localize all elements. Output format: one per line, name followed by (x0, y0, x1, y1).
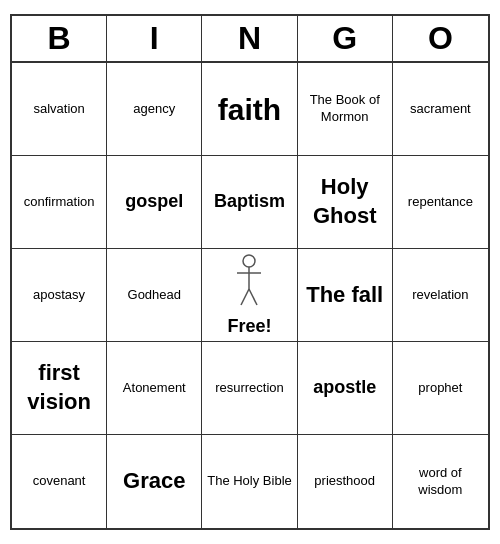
cell-text: repentance (408, 194, 473, 211)
bingo-cell-7: Baptism (202, 156, 297, 249)
bingo-cell-8: Holy Ghost (298, 156, 393, 249)
cell-text: apostle (313, 376, 376, 399)
bingo-header: BINGO (12, 16, 488, 63)
cell-text: gospel (125, 190, 183, 213)
bingo-cell-4: sacrament (393, 63, 488, 156)
bingo-cell-22: The Holy Bible (202, 435, 297, 528)
header-letter: G (298, 16, 393, 61)
bingo-cell-16: Atonement (107, 342, 202, 435)
bingo-cell-14: revelation (393, 249, 488, 342)
cell-text: faith (218, 90, 281, 129)
cell-text: Atonement (123, 380, 186, 397)
cell-text: priesthood (314, 473, 375, 490)
bingo-cell-17: resurrection (202, 342, 297, 435)
cell-text: The fall (306, 281, 383, 310)
header-letter: O (393, 16, 488, 61)
cell-text: Godhead (128, 287, 182, 304)
bingo-cell-21: Grace (107, 435, 202, 528)
bingo-cell-19: prophet (393, 342, 488, 435)
header-letter: B (12, 16, 107, 61)
bingo-cell-9: repentance (393, 156, 488, 249)
bingo-cell-5: confirmation (12, 156, 107, 249)
bingo-card: BINGO salvationagencyfaithThe Book of Mo… (10, 14, 490, 530)
free-label: Free! (227, 316, 271, 337)
cell-text: The Holy Bible (207, 473, 292, 490)
cell-text: resurrection (215, 380, 284, 397)
cell-text: salvation (33, 101, 84, 118)
bingo-cell-15: first vision (12, 342, 107, 435)
cell-text: apostasy (33, 287, 85, 304)
cell-text: covenant (33, 473, 86, 490)
cell-text: revelation (412, 287, 468, 304)
bingo-cell-12: Free! (202, 249, 297, 342)
cell-text: prophet (418, 380, 462, 397)
header-letter: I (107, 16, 202, 61)
bingo-cell-13: The fall (298, 249, 393, 342)
svg-line-3 (241, 289, 249, 305)
bingo-cell-23: priesthood (298, 435, 393, 528)
bingo-cell-2: faith (202, 63, 297, 156)
bingo-grid: salvationagencyfaithThe Book of Mormonsa… (12, 63, 488, 528)
cell-text: The Book of Mormon (302, 92, 388, 126)
bingo-cell-0: salvation (12, 63, 107, 156)
cell-text: Holy Ghost (302, 173, 388, 230)
header-letter: N (202, 16, 297, 61)
bingo-cell-10: apostasy (12, 249, 107, 342)
cell-text: first vision (16, 359, 102, 416)
cell-text: word of wisdom (397, 465, 484, 499)
bingo-cell-1: agency (107, 63, 202, 156)
cell-text: Baptism (214, 190, 285, 213)
free-figure-icon (229, 253, 269, 314)
cell-text: Grace (123, 467, 185, 496)
bingo-cell-11: Godhead (107, 249, 202, 342)
svg-line-4 (249, 289, 257, 305)
bingo-cell-6: gospel (107, 156, 202, 249)
bingo-cell-20: covenant (12, 435, 107, 528)
bingo-cell-3: The Book of Mormon (298, 63, 393, 156)
bingo-cell-18: apostle (298, 342, 393, 435)
cell-text: agency (133, 101, 175, 118)
cell-text: confirmation (24, 194, 95, 211)
cell-text: sacrament (410, 101, 471, 118)
bingo-cell-24: word of wisdom (393, 435, 488, 528)
svg-point-0 (243, 255, 255, 267)
